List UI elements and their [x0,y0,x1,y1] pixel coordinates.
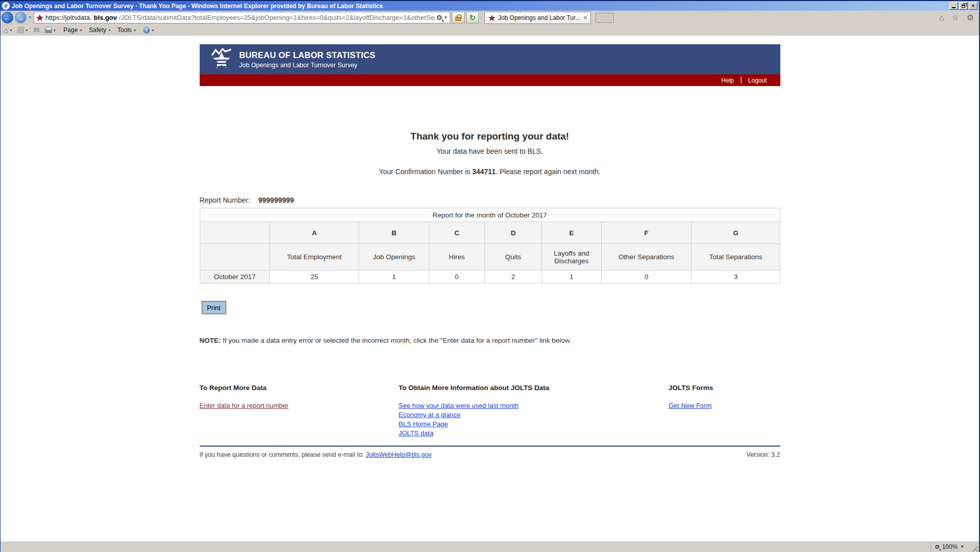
footer-bottom-bar: If you have questions or comments, pleas… [200,451,780,458]
zoom-dropdown-icon: ▼ [960,544,964,549]
status-bar: 100% ▼ [1,541,979,552]
security-lock-button[interactable] [452,12,465,23]
mail-icon: ✉ [34,26,40,34]
footer-col-more-info: To Obtain More Information about JOLTS D… [399,384,669,438]
close-tab-icon[interactable]: × [583,14,587,21]
tab-title: Job Openings and Labor Tur... [498,14,580,21]
col-header: Total Separations [692,244,780,270]
restore-button[interactable] [959,2,968,10]
help-link[interactable]: Help [721,77,734,84]
chevron-down-icon: ▼ [53,29,57,32]
chevron-down-icon: ▼ [108,29,112,32]
note-body: If you made a data entry error or select… [221,337,571,344]
email-link[interactable]: JoltsWebHelp@bls.gov [366,451,431,458]
cell-other-separations: 0 [601,270,692,284]
tools-menu-label: Tools [118,26,132,34]
data-used-link[interactable]: See how your data were used last month [399,402,669,409]
chevron-down-icon: ▼ [25,29,29,32]
chevron-down-icon: ▼ [151,29,155,32]
logout-link[interactable]: Logout [748,77,767,84]
browser-tab[interactable]: Job Openings and Labor Tur... × [484,12,591,24]
chevron-down-icon: ▼ [9,29,13,32]
zoom-icon [935,545,939,549]
col-letter: C [429,222,484,244]
col-header: Layoffs and Discharges [542,244,601,270]
contact-text: If you have questions or comments, pleas… [200,451,432,458]
window-controls: × [949,2,977,10]
cell-hires: 0 [429,270,484,284]
confirmation-number: 344711 [472,168,496,176]
window-title: Job Openings and Labor Turnover Survey -… [12,3,949,10]
tools-menu[interactable]: Tools▼ [116,25,139,35]
economy-glance-link[interactable]: Economy at a glance [399,411,669,419]
report-number-value: 999999999 [258,196,294,204]
restore-icon [962,5,965,8]
agency-title: BUREAU OF LABOR STATISTICS [239,50,376,60]
commandbar-home-icon: ⌂ [4,26,8,34]
enter-data-link[interactable]: Enter data for a report number [200,402,399,409]
close-button[interactable]: × [969,2,977,10]
col-letter: A [270,222,359,244]
resize-grip[interactable] [970,544,978,551]
refresh-button[interactable]: ↻ [466,12,479,23]
tab-favicon-icon [488,15,495,21]
site-favicon-icon [36,14,43,21]
print-icon [45,29,52,33]
feeds-button[interactable]: ▼ [18,27,29,33]
col-header: Total Employment [270,244,359,270]
note-text: NOTE: If you made a data entry error or … [200,337,780,344]
cell-total-employment: 25 [270,270,359,284]
col-letter: F [601,222,692,244]
feeds-icon [18,27,24,33]
footer-heading: To Report More Data [200,384,399,392]
search-icon[interactable] [437,15,442,20]
page-content: BUREAU OF LABOR STATISTICS Job Openings … [200,44,780,458]
cell-total-separations: 3 [692,270,780,284]
note-label: NOTE: [200,337,221,344]
zoom-control[interactable]: 100% ▼ [931,542,968,551]
confirmation-prefix: Your Confirmation Number is [379,168,472,176]
history-dropdown-icon[interactable]: ▼ [28,15,32,20]
cell-job-openings: 1 [359,270,429,284]
get-new-form-link[interactable]: Get New Form [669,402,780,409]
settings-gear-icon[interactable]: ⚙ [967,14,974,22]
navigation-bar: ← → ▼ https://joltsdata.bls.gov/JOLTS/da… [1,11,979,24]
favorites-star-icon[interactable]: ☆ [951,14,959,22]
page-menu[interactable]: Page▼ [62,25,85,35]
back-button[interactable]: ← [2,12,13,23]
commandbar-home-button[interactable]: ⌂▼ [4,26,13,34]
minimize-button[interactable] [949,2,958,10]
safety-menu[interactable]: Safety▼ [87,25,114,35]
footer-heading: JOLTS Forms [669,384,780,392]
col-header: Quits [484,244,542,270]
chevron-down-icon: ▼ [133,29,137,32]
utility-nav-bar: Help Logout [200,74,780,86]
forward-button[interactable]: → [15,12,26,23]
footer-heading: To Obtain More Information about JOLTS D… [399,384,669,392]
jolts-data-link[interactable]: JOLTS data [399,429,669,437]
zoom-level: 100% [942,543,958,550]
address-dropdown-icon[interactable]: ▼ [444,15,448,20]
read-mail-button[interactable]: ✉ [34,26,40,34]
refresh-icon: ↻ [469,14,476,21]
home-icon[interactable]: ⌂ [939,14,944,22]
command-bar: ⌂▼ ▼ ✉ ▼ Page▼ Safety▼ Tools▼ ?▼ [1,24,979,36]
address-bar[interactable]: https://joltsdata.bls.gov/JOLTS/data/sub… [34,12,450,23]
print-toolbar-button[interactable]: ▼ [45,27,57,33]
lock-icon [455,17,461,21]
footer-link-columns: To Report More Data Enter data for a rep… [200,384,780,438]
report-number-label: Report Number: [200,196,251,204]
bls-logo-icon [211,48,232,71]
help-menu[interactable]: ?▼ [141,26,157,35]
footer-col-report-more: To Report More Data Enter data for a rep… [200,384,399,438]
col-letter: B [359,222,429,244]
url-scheme: https://joltsdata. [45,14,92,21]
new-tab-button[interactable] [595,13,614,23]
bls-home-link[interactable]: BLS Home Page [399,420,669,428]
table-caption: Report for the month of October 2017 [200,208,780,222]
bls-header-banner: BUREAU OF LABOR STATISTICS Job Openings … [200,44,780,74]
print-button[interactable]: Print [202,301,226,314]
confirmation-suffix: . Please report again next month. [496,168,601,176]
footer-col-forms: JOLTS Forms Get New Form [669,384,780,438]
thank-you-heading: Thank you for reporting your data! [200,131,780,142]
